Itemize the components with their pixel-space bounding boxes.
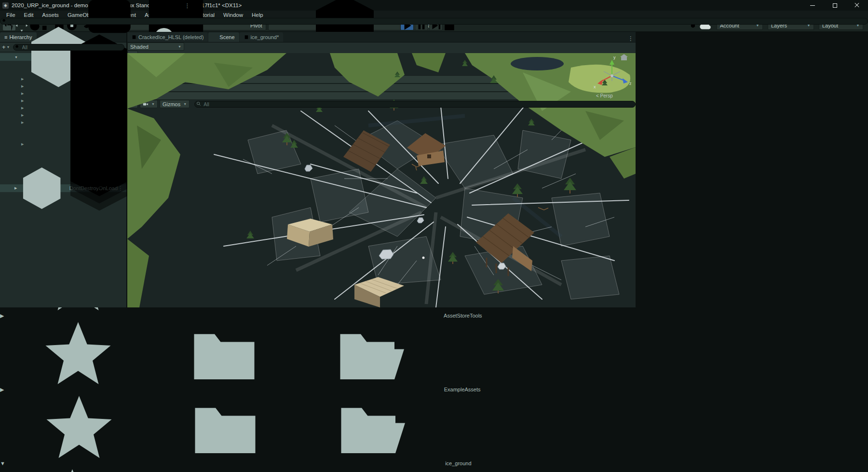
- foldout-arrow-icon[interactable]: ▶: [0, 387, 4, 392]
- search-icon: [196, 101, 201, 106]
- maximize-button[interactable]: [824, 0, 846, 11]
- scene-view-panel: CrackedIce_HLSL (deleted) Scene ice_grou…: [127, 32, 636, 307]
- tree-item-label: ExampleAssets: [444, 387, 481, 392]
- svg-text:z: z: [629, 81, 632, 86]
- add-object-button[interactable]: +: [2, 43, 6, 51]
- tree-item-label: AssetStoreTools: [444, 313, 482, 319]
- scene-hash-icon: [213, 35, 217, 40]
- perspective-label: < Persp: [596, 93, 613, 98]
- folder-open-icon: [298, 319, 443, 391]
- hierarchy-panel: ≡Hierarchy ⋮ + ▼ ▼ demo* ⋮: [0, 32, 127, 307]
- menu-item[interactable]: Help: [247, 12, 268, 18]
- star-icon: [6, 319, 150, 391]
- close-button[interactable]: [846, 0, 868, 11]
- scene-toolbar: Shaded▼ 2D ▼ 0 ▼ ▼ Gizmos▼: [127, 42, 636, 53]
- shadergraph-doc-icon: [244, 35, 249, 40]
- svg-text:x: x: [594, 84, 596, 89]
- foldout-arrow-icon[interactable]: ▶: [21, 99, 27, 103]
- list-icon: ≡: [4, 34, 7, 40]
- unity-editor-window: ◈ 2020_URP_ice_ground - demo - PC, Mac &…: [0, 0, 868, 472]
- tree-item[interactable]: ▶ ExampleAssets: [0, 319, 868, 393]
- folder-open-icon: [299, 393, 444, 465]
- star-icon: [0, 466, 145, 472]
- chevron-down-icon[interactable]: ▼: [7, 45, 10, 49]
- foldout-arrow-icon[interactable]: ▶: [21, 142, 27, 146]
- kebab-menu-icon[interactable]: ⋮: [628, 35, 634, 42]
- foldout-arrow-icon[interactable]: ▶: [21, 106, 27, 110]
- tree-item[interactable]: audio: [0, 466, 868, 472]
- svg-text:y: y: [613, 55, 616, 60]
- folder-icon: [153, 393, 298, 465]
- kebab-menu-icon[interactable]: ⋮: [185, 2, 190, 9]
- search-icon: [2, 18, 7, 23]
- star-icon: [7, 393, 151, 465]
- folder-open-icon: [292, 466, 437, 472]
- hierarchy-search-input[interactable]: [13, 44, 124, 51]
- foldout-arrow-icon[interactable]: ▶: [21, 84, 27, 88]
- foldout-arrow-icon[interactable]: ▶: [21, 92, 27, 96]
- tab-crackedice-hlsl[interactable]: CrackedIce_HLSL (deleted): [127, 32, 208, 42]
- foldout-arrow-icon[interactable]: ▶: [0, 313, 4, 319]
- minimize-button[interactable]: [801, 0, 824, 11]
- foldout-arrow-icon[interactable]: ▼: [14, 56, 18, 59]
- foldout-arrow-icon[interactable]: ▶: [21, 77, 27, 81]
- tree-item[interactable]: ▼ ice_ground: [0, 393, 868, 466]
- tab-ice-ground[interactable]: ice_ground*: [240, 32, 284, 42]
- folder-icon: [146, 466, 291, 472]
- shadergraph-doc-icon: [132, 35, 136, 40]
- foldout-arrow-icon[interactable]: ▶: [21, 121, 27, 125]
- chevron-down-icon: ▼: [178, 45, 181, 48]
- foldout-arrow-icon[interactable]: ▼: [0, 460, 5, 466]
- folder-icon: [152, 319, 297, 391]
- tab-scene[interactable]: Scene: [208, 32, 239, 42]
- search-icon: [15, 44, 20, 49]
- project-search-input[interactable]: [0, 18, 868, 25]
- foldout-arrow-icon[interactable]: ▶: [21, 113, 27, 117]
- shading-mode-dropdown[interactable]: Shaded▼: [127, 42, 184, 51]
- scene-search-input[interactable]: [194, 101, 636, 108]
- scene-viewport[interactable]: y x z < Persp: [127, 53, 636, 308]
- tree-item-label: ice_ground: [445, 460, 471, 466]
